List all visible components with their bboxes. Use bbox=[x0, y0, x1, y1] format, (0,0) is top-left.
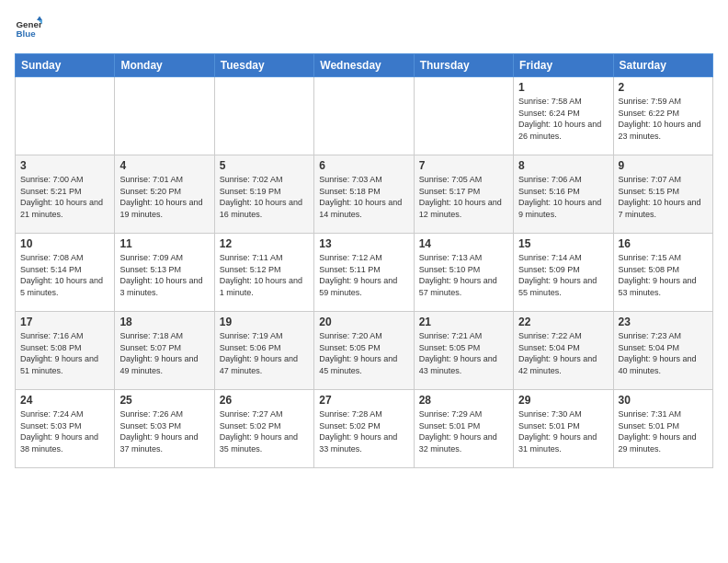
day-number: 28 bbox=[419, 394, 508, 407]
day-info: Sunrise: 7:02 AMSunset: 5:19 PMDaylight:… bbox=[220, 174, 309, 220]
day-number: 21 bbox=[419, 316, 508, 328]
calendar-cell: 7Sunrise: 7:05 AMSunset: 5:17 PMDaylight… bbox=[414, 155, 513, 234]
day-number: 11 bbox=[119, 237, 209, 250]
logo-icon: General Blue bbox=[15, 15, 42, 42]
calendar-cell: 24Sunrise: 7:24 AMSunset: 5:03 PMDayligh… bbox=[16, 390, 115, 468]
page-header: General Blue bbox=[15, 15, 713, 42]
calendar-cell: 13Sunrise: 7:12 AMSunset: 5:11 PMDayligh… bbox=[314, 234, 414, 312]
calendar-week-row: 3Sunrise: 7:00 AMSunset: 5:21 PMDaylight… bbox=[16, 155, 713, 234]
day-number: 20 bbox=[319, 316, 408, 328]
calendar-cell: 30Sunrise: 7:31 AMSunset: 5:01 PMDayligh… bbox=[613, 390, 712, 468]
calendar-cell bbox=[115, 77, 214, 155]
calendar-cell: 4Sunrise: 7:01 AMSunset: 5:20 PMDaylight… bbox=[115, 155, 214, 234]
calendar-cell: 16Sunrise: 7:15 AMSunset: 5:08 PMDayligh… bbox=[613, 234, 712, 312]
day-info: Sunrise: 7:30 AMSunset: 5:01 PMDaylight:… bbox=[518, 408, 608, 454]
day-info: Sunrise: 7:21 AMSunset: 5:05 PMDaylight:… bbox=[419, 330, 508, 376]
column-header-tuesday: Tuesday bbox=[214, 54, 313, 77]
day-info: Sunrise: 7:58 AMSunset: 6:24 PMDaylight:… bbox=[518, 96, 608, 142]
calendar-cell bbox=[214, 77, 313, 155]
column-header-thursday: Thursday bbox=[414, 54, 513, 77]
calendar-cell: 23Sunrise: 7:23 AMSunset: 5:04 PMDayligh… bbox=[613, 312, 712, 390]
column-header-friday: Friday bbox=[514, 54, 613, 77]
day-info: Sunrise: 7:59 AMSunset: 6:22 PMDaylight:… bbox=[619, 96, 708, 142]
calendar-cell: 28Sunrise: 7:29 AMSunset: 5:01 PMDayligh… bbox=[414, 390, 513, 468]
calendar-cell: 10Sunrise: 7:08 AMSunset: 5:14 PMDayligh… bbox=[16, 234, 115, 312]
day-info: Sunrise: 7:14 AMSunset: 5:09 PMDaylight:… bbox=[518, 252, 608, 298]
day-info: Sunrise: 7:08 AMSunset: 5:14 PMDaylight:… bbox=[20, 252, 109, 298]
day-number: 23 bbox=[619, 316, 708, 328]
calendar-cell: 11Sunrise: 7:09 AMSunset: 5:13 PMDayligh… bbox=[115, 234, 214, 312]
calendar-week-row: 24Sunrise: 7:24 AMSunset: 5:03 PMDayligh… bbox=[16, 390, 713, 468]
calendar-cell: 14Sunrise: 7:13 AMSunset: 5:10 PMDayligh… bbox=[414, 234, 513, 312]
day-number: 15 bbox=[518, 237, 608, 250]
day-number: 2 bbox=[619, 81, 708, 94]
column-header-saturday: Saturday bbox=[613, 54, 712, 77]
calendar-cell: 17Sunrise: 7:16 AMSunset: 5:08 PMDayligh… bbox=[16, 312, 115, 390]
day-number: 22 bbox=[518, 316, 608, 328]
day-info: Sunrise: 7:18 AMSunset: 5:07 PMDaylight:… bbox=[119, 330, 209, 376]
day-number: 19 bbox=[220, 316, 309, 328]
calendar-cell: 5Sunrise: 7:02 AMSunset: 5:19 PMDaylight… bbox=[214, 155, 313, 234]
calendar-week-row: 10Sunrise: 7:08 AMSunset: 5:14 PMDayligh… bbox=[16, 234, 713, 312]
column-header-wednesday: Wednesday bbox=[314, 54, 414, 77]
day-number: 25 bbox=[119, 394, 209, 407]
day-info: Sunrise: 7:27 AMSunset: 5:02 PMDaylight:… bbox=[220, 408, 309, 454]
day-number: 10 bbox=[20, 237, 109, 250]
calendar-cell: 26Sunrise: 7:27 AMSunset: 5:02 PMDayligh… bbox=[214, 390, 313, 468]
day-info: Sunrise: 7:28 AMSunset: 5:02 PMDaylight:… bbox=[319, 408, 408, 454]
day-info: Sunrise: 7:05 AMSunset: 5:17 PMDaylight:… bbox=[419, 174, 508, 220]
day-info: Sunrise: 7:29 AMSunset: 5:01 PMDaylight:… bbox=[419, 408, 508, 454]
calendar-cell: 1Sunrise: 7:58 AMSunset: 6:24 PMDaylight… bbox=[514, 77, 613, 155]
calendar-cell: 8Sunrise: 7:06 AMSunset: 5:16 PMDaylight… bbox=[514, 155, 613, 234]
day-number: 12 bbox=[220, 237, 309, 250]
day-number: 16 bbox=[619, 237, 708, 250]
day-info: Sunrise: 7:06 AMSunset: 5:16 PMDaylight:… bbox=[518, 174, 608, 220]
day-number: 8 bbox=[518, 159, 608, 172]
calendar-cell: 3Sunrise: 7:00 AMSunset: 5:21 PMDaylight… bbox=[16, 155, 115, 234]
day-info: Sunrise: 7:22 AMSunset: 5:04 PMDaylight:… bbox=[518, 330, 608, 376]
day-number: 5 bbox=[220, 159, 309, 172]
calendar-header-row: SundayMondayTuesdayWednesdayThursdayFrid… bbox=[16, 54, 713, 77]
calendar-cell: 20Sunrise: 7:20 AMSunset: 5:05 PMDayligh… bbox=[314, 312, 414, 390]
svg-marker-2 bbox=[37, 17, 42, 21]
day-info: Sunrise: 7:26 AMSunset: 5:03 PMDaylight:… bbox=[119, 408, 209, 454]
day-number: 30 bbox=[619, 394, 708, 407]
calendar-cell: 29Sunrise: 7:30 AMSunset: 5:01 PMDayligh… bbox=[514, 390, 613, 468]
day-number: 1 bbox=[518, 81, 608, 94]
calendar-cell: 22Sunrise: 7:22 AMSunset: 5:04 PMDayligh… bbox=[514, 312, 613, 390]
day-number: 9 bbox=[619, 159, 708, 172]
calendar-cell bbox=[414, 77, 513, 155]
calendar-table: SundayMondayTuesdayWednesdayThursdayFrid… bbox=[15, 53, 713, 468]
day-number: 24 bbox=[20, 394, 109, 407]
day-number: 14 bbox=[419, 237, 508, 250]
calendar-cell: 15Sunrise: 7:14 AMSunset: 5:09 PMDayligh… bbox=[514, 234, 613, 312]
day-info: Sunrise: 7:13 AMSunset: 5:10 PMDaylight:… bbox=[419, 252, 508, 298]
day-info: Sunrise: 7:03 AMSunset: 5:18 PMDaylight:… bbox=[319, 174, 408, 220]
calendar-cell: 21Sunrise: 7:21 AMSunset: 5:05 PMDayligh… bbox=[414, 312, 513, 390]
day-number: 27 bbox=[319, 394, 408, 407]
calendar-week-row: 1Sunrise: 7:58 AMSunset: 6:24 PMDaylight… bbox=[16, 77, 713, 155]
calendar-cell: 6Sunrise: 7:03 AMSunset: 5:18 PMDaylight… bbox=[314, 155, 414, 234]
day-number: 7 bbox=[419, 159, 508, 172]
calendar-cell bbox=[16, 77, 115, 155]
day-number: 13 bbox=[319, 237, 408, 250]
day-info: Sunrise: 7:31 AMSunset: 5:01 PMDaylight:… bbox=[619, 408, 708, 454]
logo: General Blue bbox=[15, 15, 42, 42]
day-info: Sunrise: 7:12 AMSunset: 5:11 PMDaylight:… bbox=[319, 252, 408, 298]
day-number: 6 bbox=[319, 159, 408, 172]
day-info: Sunrise: 7:09 AMSunset: 5:13 PMDaylight:… bbox=[119, 252, 209, 298]
svg-text:Blue: Blue bbox=[17, 29, 37, 39]
day-number: 18 bbox=[119, 316, 209, 328]
calendar-cell: 9Sunrise: 7:07 AMSunset: 5:15 PMDaylight… bbox=[613, 155, 712, 234]
day-number: 3 bbox=[20, 159, 109, 172]
calendar-cell: 27Sunrise: 7:28 AMSunset: 5:02 PMDayligh… bbox=[314, 390, 414, 468]
day-info: Sunrise: 7:19 AMSunset: 5:06 PMDaylight:… bbox=[220, 330, 309, 376]
calendar-cell bbox=[314, 77, 414, 155]
calendar-cell: 19Sunrise: 7:19 AMSunset: 5:06 PMDayligh… bbox=[214, 312, 313, 390]
day-info: Sunrise: 7:07 AMSunset: 5:15 PMDaylight:… bbox=[619, 174, 708, 220]
calendar-week-row: 17Sunrise: 7:16 AMSunset: 5:08 PMDayligh… bbox=[16, 312, 713, 390]
day-info: Sunrise: 7:11 AMSunset: 5:12 PMDaylight:… bbox=[220, 252, 309, 298]
day-number: 17 bbox=[20, 316, 109, 328]
day-info: Sunrise: 7:00 AMSunset: 5:21 PMDaylight:… bbox=[20, 174, 109, 220]
day-info: Sunrise: 7:24 AMSunset: 5:03 PMDaylight:… bbox=[20, 408, 109, 454]
